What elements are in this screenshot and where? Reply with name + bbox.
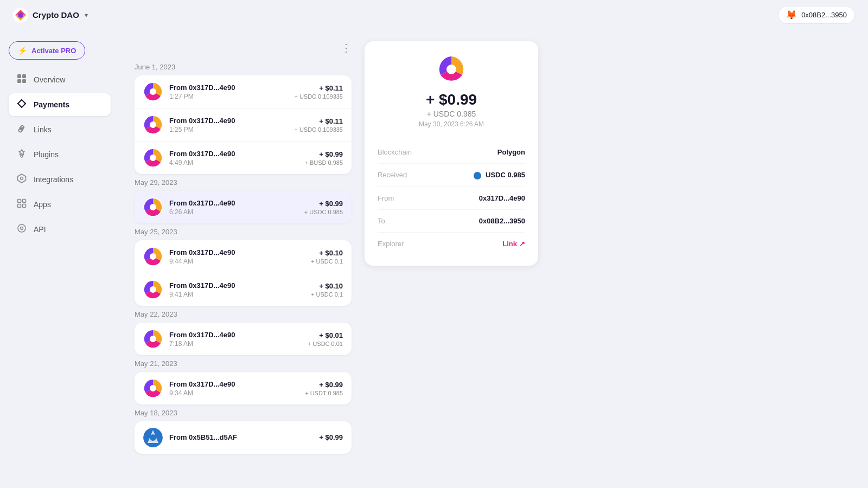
payment-row[interactable]: From 0x317D...4e90 9:44 AM + $0.10 + USD… (135, 240, 352, 273)
payment-group-may25: From 0x317D...4e90 9:44 AM + $0.10 + USD… (135, 240, 352, 306)
wallet-address: 0x08B2...3950 (801, 11, 847, 19)
sidebar-item-overview[interactable]: Overview (9, 68, 111, 91)
svg-rect-8 (18, 200, 21, 203)
detail-date: May 30, 2023 6:26 AM (419, 120, 484, 128)
more-options-button[interactable]: ⋮ (341, 41, 352, 54)
payment-row[interactable]: From 0x317D...4e90 1:27 PM + $0.11 + USD… (135, 75, 352, 108)
payment-usd: + $0.11 (294, 117, 343, 125)
payment-info: From 0x317D...4e90 1:27 PM (169, 84, 294, 100)
payment-from: From 0x317D...4e90 (169, 281, 311, 290)
from-label: From (378, 194, 394, 202)
app-logo-icon (13, 8, 28, 23)
payment-group-may29: From 0x317D...4e90 6:26 AM + $0.99 + USD… (135, 191, 352, 223)
sidebar-item-api[interactable]: API (9, 218, 111, 241)
payment-token: + USDC 0.1 (311, 291, 343, 298)
section-header: ⋮ (135, 41, 352, 59)
payment-row[interactable]: From 0x317D...4e90 6:26 AM + $0.99 + USD… (135, 191, 352, 223)
payment-avatar (143, 82, 163, 101)
date-label-may18: May 18, 2023 (135, 409, 352, 417)
payment-from: From 0x317D...4e90 (169, 199, 304, 207)
payment-avatar (143, 115, 163, 134)
svg-point-6 (21, 155, 23, 157)
svg-point-7 (21, 177, 23, 180)
payment-from: From 0x317D...4e90 (169, 150, 304, 158)
payment-group-may22: From 0x317D...4e90 7:18 AM + $0.01 + USD… (135, 323, 352, 355)
sidebar-item-links[interactable]: Links (9, 118, 111, 141)
payment-info: From 0x317D...4e90 7:18 AM (169, 331, 308, 348)
explorer-link[interactable]: Link ↗ (502, 240, 525, 248)
payment-info: From 0x317D...4e90 9:41 AM (169, 281, 311, 298)
payment-row[interactable]: From 0x317D...4e90 7:18 AM + $0.01 + USD… (135, 323, 352, 355)
activate-pro-button[interactable]: ⚡ Activate PRO (9, 41, 85, 60)
payment-token: + USDT 0.985 (305, 390, 343, 396)
payment-info: From 0x317D...4e90 6:26 AM (169, 199, 304, 216)
payment-amount: + $0.11 + USDC 0.109335 (294, 84, 343, 100)
detail-token: + USDC 0.985 (427, 110, 476, 118)
blockchain-value: Polygon (497, 148, 525, 156)
payment-time: 9:34 AM (169, 389, 305, 397)
payment-token: + USDC 0.109335 (294, 126, 343, 133)
date-label-june1: June 1, 2023 (135, 63, 352, 71)
content-area: ⋮ June 1, 2023 From 0x317D...4e90 1:27 P… (119, 30, 868, 488)
payment-time: 6:26 AM (169, 208, 304, 216)
payment-from: From 0x317D...4e90 (169, 331, 308, 339)
payment-row[interactable]: From 0x317D...4e90 9:34 AM + $0.99 + USD… (135, 372, 352, 404)
payment-group-may18: From 0x5B51...d5AF + $0.99 (135, 421, 352, 454)
payment-group-may21: From 0x317D...4e90 9:34 AM + $0.99 + USD… (135, 372, 352, 404)
payment-avatar (143, 428, 163, 447)
payment-token: + USDC 0.01 (308, 341, 343, 347)
main-layout: ⚡ Activate PRO Overview Payments Links (0, 30, 868, 488)
from-value: 0x317D...4e90 (479, 194, 525, 202)
detail-panel: + $0.99 + USDC 0.985 May 30, 2023 6:26 A… (365, 41, 538, 266)
payment-row[interactable]: From 0x317D...4e90 1:25 PM + $0.11 + USD… (135, 108, 352, 142)
sidebar-item-plugins-label: Plugins (34, 150, 59, 159)
payment-amount: + $0.11 + USDC 0.109335 (294, 117, 343, 133)
payment-from: From 0x317D...4e90 (169, 84, 294, 92)
payment-avatar (143, 148, 163, 168)
topbar: Crypto DAO ▾ 🦊 0x08B2...3950 (0, 0, 868, 30)
sidebar: ⚡ Activate PRO Overview Payments Links (0, 30, 119, 488)
payment-amount: + $0.01 + USDC 0.01 (308, 331, 343, 347)
sidebar-item-apps[interactable]: Apps (9, 193, 111, 216)
payment-info: From 0x317D...4e90 4:49 AM (169, 150, 304, 166)
received-value: USDC 0.985 (474, 171, 525, 179)
to-value: 0x08B2...3950 (479, 217, 525, 225)
date-label-may22: May 22, 2023 (135, 310, 352, 318)
payment-avatar (143, 197, 163, 217)
payment-from: From 0x317D...4e90 (169, 248, 311, 256)
payment-token: + USDC 0.109335 (294, 93, 343, 100)
app-name[interactable]: Crypto DAO (33, 10, 79, 20)
lightning-icon: ⚡ (18, 46, 27, 55)
svg-rect-10 (18, 204, 21, 208)
detail-rows: Blockchain Polygon Received USDC 0.985 F… (378, 141, 525, 255)
payment-row[interactable]: From 0x317D...4e90 9:41 AM + $0.10 + USD… (135, 273, 352, 306)
svg-rect-3 (22, 74, 26, 78)
svg-point-23 (150, 253, 156, 260)
payment-usd: + $0.99 (304, 200, 343, 208)
payments-icon (16, 99, 27, 111)
svg-point-21 (150, 204, 156, 210)
payment-token: + USDC 0.1 (311, 258, 343, 265)
sidebar-item-integrations[interactable]: Integrations (9, 168, 111, 191)
payment-row[interactable]: From 0x317D...4e90 4:49 AM + $0.99 + BUS… (135, 142, 352, 174)
payment-info: From 0x317D...4e90 9:44 AM (169, 248, 311, 265)
detail-row-to: To 0x08B2...3950 (378, 210, 525, 233)
detail-amount: + $0.99 (426, 91, 477, 108)
to-label: To (378, 217, 385, 225)
sidebar-item-links-label: Links (34, 125, 52, 134)
payment-avatar (143, 280, 163, 299)
metamask-fox-icon: 🦊 (786, 10, 797, 20)
payments-list: ⋮ June 1, 2023 From 0x317D...4e90 1:27 P… (135, 41, 352, 477)
sidebar-item-plugins[interactable]: Plugins (9, 143, 111, 166)
payment-row[interactable]: From 0x5B51...d5AF + $0.99 (135, 421, 352, 454)
svg-rect-11 (23, 204, 26, 208)
detail-row-received: Received USDC 0.985 (378, 164, 525, 187)
app-dropdown-arrow[interactable]: ▾ (85, 11, 88, 19)
payment-avatar (143, 329, 163, 349)
payment-info: From 0x5B51...d5AF (169, 433, 319, 442)
sidebar-item-payments[interactable]: Payments (9, 93, 111, 116)
wallet-badge[interactable]: 🦊 0x08B2...3950 (778, 6, 855, 24)
detail-row-from: From 0x317D...4e90 (378, 187, 525, 210)
payment-amount: + $0.99 (319, 433, 343, 442)
svg-point-29 (150, 385, 156, 391)
